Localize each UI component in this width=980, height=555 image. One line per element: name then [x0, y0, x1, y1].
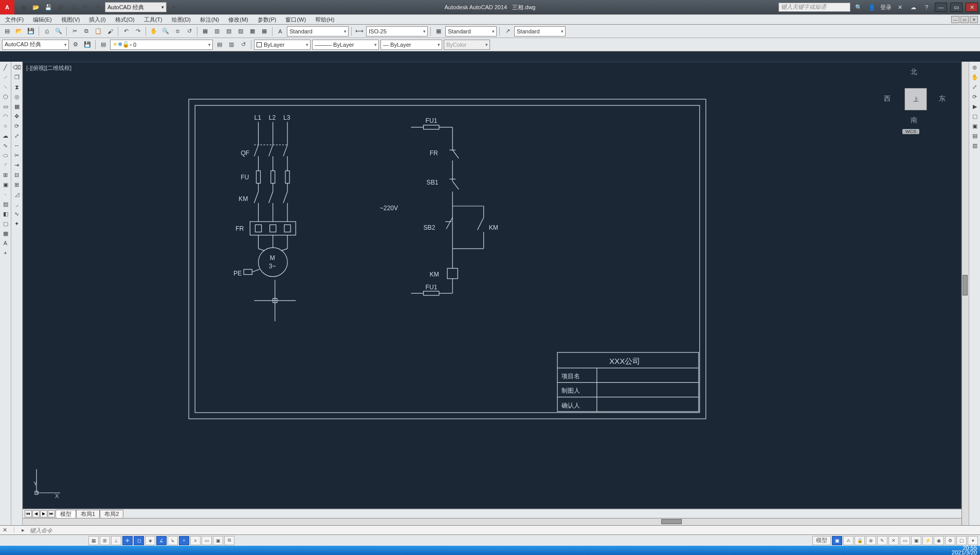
paste-icon[interactable]: 📋	[93, 26, 103, 36]
user-icon[interactable]: 👤	[867, 2, 877, 12]
open-icon[interactable]: 📂	[31, 2, 41, 12]
copy-icon[interactable]: ⧉	[81, 26, 92, 36]
horizontal-scrollbar[interactable]	[23, 518, 961, 525]
dimstyle-dropdown[interactable]: ISO-25	[366, 26, 428, 36]
menu-window[interactable]: 窗口(W)	[282, 16, 309, 24]
help-icon[interactable]: ?	[921, 2, 932, 12]
print-icon[interactable]: ⎙	[68, 2, 78, 12]
redo-icon[interactable]: ↷	[93, 2, 103, 12]
mdi-restore-button[interactable]: ▭	[960, 16, 969, 23]
lwt-toggle[interactable]: ≡	[190, 536, 201, 545]
showmotion-icon[interactable]: ▶	[970, 102, 979, 111]
viewcube-wcs[interactable]: WCS	[902, 129, 919, 134]
textstyle-dropdown[interactable]: Standard	[287, 26, 349, 36]
mdi-min-button[interactable]: —	[951, 16, 959, 23]
dyn-toggle[interactable]: +	[179, 536, 189, 545]
menu-dim[interactable]: 标注(N)	[197, 16, 222, 24]
menu-help[interactable]: 帮助(H)	[312, 16, 337, 24]
tab-next-icon[interactable]: ▶	[40, 510, 47, 517]
drawing-canvas[interactable]: [-][俯视][二维线框] 北 西 东 南 上 WCS YX L1	[23, 62, 961, 509]
new-icon[interactable]: ▦	[19, 2, 29, 12]
tablestyle-icon[interactable]: ▦	[433, 26, 444, 36]
mark-icon[interactable]: ▩	[247, 26, 258, 36]
login-label[interactable]: 登录	[880, 4, 892, 11]
cloud-icon[interactable]: ☁	[908, 2, 918, 12]
viewport-label[interactable]: [-][俯视][二维线框]	[26, 64, 71, 72]
qp-toggle[interactable]: ▣	[213, 536, 223, 545]
match-icon[interactable]: 🖌	[105, 26, 115, 36]
mleaderstyle-dropdown[interactable]: Standard	[514, 26, 566, 36]
viewcube-east[interactable]: 东	[939, 94, 946, 103]
menu-param[interactable]: 参数(P)	[255, 16, 280, 24]
pline-icon[interactable]: ⟍	[1, 82, 10, 91]
r3-icon[interactable]: ▤	[970, 131, 979, 140]
tab-layout1[interactable]: 布局1	[76, 510, 100, 518]
plotstyle-dropdown[interactable]: ByColor	[444, 40, 490, 50]
extend-icon[interactable]: ⇥	[12, 160, 22, 170]
snap-toggle[interactable]: ▦	[88, 536, 99, 545]
pan-icon[interactable]: ✋	[970, 72, 979, 82]
ellipse-icon[interactable]: ⬭	[1, 151, 10, 160]
system-tray[interactable]: 20:55 2021/3/20	[952, 546, 977, 555]
tablestyle-dropdown[interactable]: Standard	[445, 26, 497, 36]
insert-icon[interactable]: ⊞	[1, 170, 10, 179]
gradient-icon[interactable]: ◧	[1, 209, 10, 218]
point-icon[interactable]: ·	[1, 190, 10, 199]
layer-iso-icon[interactable]: ▥	[226, 40, 237, 50]
grid-toggle[interactable]: ⊞	[100, 536, 110, 545]
props-icon[interactable]: ▦	[200, 26, 210, 36]
r4-icon[interactable]: ▥	[970, 141, 979, 150]
pan-icon[interactable]: ✋	[149, 26, 159, 36]
help-search-input[interactable]: 键入关键字或短语	[778, 3, 850, 12]
modelspace-button[interactable]: 模型	[812, 536, 831, 545]
status-r4[interactable]: ✎	[877, 536, 887, 545]
zoom-extents-icon[interactable]: ⤢	[970, 82, 979, 91]
lineweight-dropdown[interactable]: — ByLayer	[380, 40, 442, 50]
array-icon[interactable]: ▦	[12, 102, 22, 111]
block-icon[interactable]: ▣	[1, 180, 10, 189]
zoom-icon[interactable]: 🔍	[160, 26, 171, 36]
zoomprev-icon[interactable]: ↺	[184, 26, 194, 36]
menu-insert[interactable]: 插入(I)	[86, 16, 108, 24]
save-icon[interactable]: 💾	[43, 2, 53, 12]
sc-toggle[interactable]: ⧉	[224, 536, 234, 545]
ws-save-icon[interactable]: 💾	[82, 40, 93, 50]
workspace-dropdown[interactable]: AutoCAD 经典	[105, 2, 167, 12]
layer-props-icon[interactable]: ▤	[98, 40, 108, 50]
search-icon[interactable]: 🔍	[854, 2, 864, 12]
menu-view[interactable]: 视图(V)	[58, 16, 83, 24]
saveas-icon[interactable]: ⧉	[56, 2, 66, 12]
table-icon[interactable]: ▦	[1, 229, 10, 238]
layer-states-icon[interactable]: ▤	[214, 40, 225, 50]
mtext-icon[interactable]: A	[1, 238, 10, 248]
minimize-button[interactable]: —	[935, 3, 947, 12]
offset-icon[interactable]: ◎	[12, 92, 22, 101]
cut-icon[interactable]: ✂	[69, 26, 80, 36]
app-logo[interactable]: A	[0, 0, 14, 14]
cmdline-handle-icon[interactable]: ⋮	[9, 527, 19, 533]
tab-layout2[interactable]: 布局2	[100, 510, 123, 518]
menu-draw[interactable]: 绘图(D)	[169, 16, 194, 24]
status-r7[interactable]: ▣	[911, 536, 921, 545]
cmdline-close-icon[interactable]: ✕	[0, 527, 9, 533]
textstyle-icon[interactable]: A	[275, 26, 285, 36]
polygon-icon[interactable]: ⬠	[1, 92, 10, 101]
isolate-icon[interactable]: ◉	[934, 536, 944, 545]
command-input[interactable]	[28, 527, 980, 533]
tab-first-icon[interactable]: ⏮	[25, 510, 32, 517]
viewcube-south[interactable]: 南	[911, 116, 917, 125]
ducs-toggle[interactable]: ↳	[168, 536, 178, 545]
status-r2[interactable]: 🔒	[855, 536, 865, 545]
maximize-button[interactable]: ▭	[950, 3, 963, 12]
mleaderstyle-icon[interactable]: ↗	[502, 26, 513, 36]
viewcube-face[interactable]: 上	[904, 88, 927, 110]
tpy-toggle[interactable]: ▭	[202, 536, 212, 545]
qat-more-icon[interactable]: ▾	[169, 2, 179, 12]
3dosnap-toggle[interactable]: ◈	[145, 536, 155, 545]
scale-icon[interactable]: ⤢	[12, 131, 22, 140]
mdi-close-button[interactable]: ✕	[970, 16, 978, 23]
plot-icon[interactable]: ⎙	[42, 26, 52, 36]
circle-icon[interactable]: ○	[1, 121, 10, 131]
status-r6[interactable]: ▭	[900, 536, 910, 545]
ellipsearc-icon[interactable]: ◜	[1, 160, 10, 170]
